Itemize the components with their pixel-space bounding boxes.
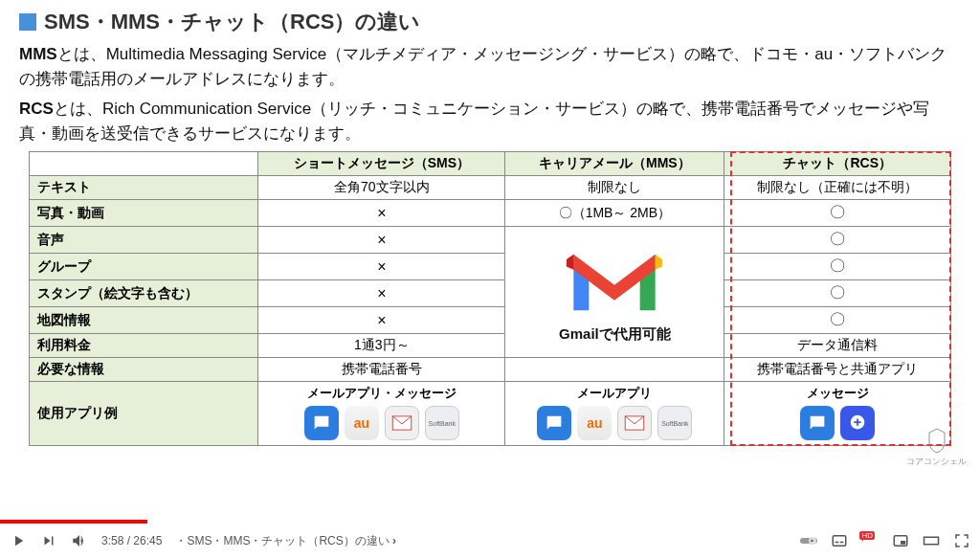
watermark: コアコンシェル (906, 427, 967, 468)
mail-icon (617, 406, 652, 440)
row-label: 音声 (29, 227, 257, 254)
volume-button[interactable] (71, 532, 88, 549)
row-label: 使用アプリ例 (29, 382, 257, 446)
softbank-icon: SoftBank (425, 406, 459, 440)
row-label: テキスト (29, 176, 257, 200)
mail-icon (385, 406, 419, 440)
svg-rect-10 (924, 537, 939, 545)
description-rcs: RCSとは、Rich Communication Service（リッチ・コミュ… (19, 97, 961, 145)
time-display: 3:58 / 26:45 (101, 534, 162, 547)
settings-button[interactable]: HD (861, 532, 879, 549)
au-icon: au (345, 406, 379, 440)
row-label: 必要な情報 (29, 358, 257, 382)
au-icon: au (577, 406, 612, 440)
col-header-rcs: チャット（RCS） (724, 152, 951, 176)
play-button[interactable] (10, 532, 27, 549)
svg-rect-6 (835, 542, 839, 544)
col-header-sms: ショートメッセージ（SMS） (258, 152, 505, 176)
row-label: 写真・動画 (29, 200, 257, 227)
row-label: スタンプ（絵文字も含む） (29, 280, 257, 307)
theater-button[interactable] (923, 532, 940, 549)
subtitles-button[interactable] (831, 532, 848, 549)
messages-icon (537, 406, 571, 440)
svg-rect-5 (833, 536, 846, 547)
svg-rect-7 (840, 542, 844, 544)
gmail-icon (562, 244, 667, 321)
chapter-title[interactable]: ・SMS・MMS・チャット（RCS）の違い › (175, 533, 396, 549)
plus-message-icon (840, 406, 875, 440)
apps-mms: メールアプリ au SoftBank (505, 382, 724, 446)
title-row: SMS・MMS・チャット（RCS）の違い (19, 8, 961, 36)
description-mms: MMSとは、Multimedia Messaging Service（マルチメデ… (19, 42, 961, 91)
title-bullet-icon (19, 13, 36, 31)
autoplay-toggle[interactable] (800, 532, 817, 549)
softbank-icon: SoftBank (657, 406, 692, 440)
gmail-cell: Gmailで代用可能 (505, 227, 724, 358)
next-button[interactable] (40, 532, 57, 549)
slide-title: SMS・MMS・チャット（RCS）の違い (44, 8, 420, 36)
video-controls: 3:58 / 26:45 ・SMS・MMS・チャット（RCS）の違い › HD (0, 524, 980, 558)
messages-icon (800, 406, 835, 440)
fullscreen-button[interactable] (953, 532, 970, 549)
row-label: 利用料金 (29, 334, 257, 358)
svg-rect-9 (901, 541, 905, 545)
miniplayer-button[interactable] (892, 532, 909, 549)
comparison-table: ショートメッセージ（SMS） キャリアメール（MMS） チャット（RCS） テキ… (29, 151, 951, 446)
row-label: グループ (29, 254, 257, 280)
messages-icon (304, 406, 339, 440)
col-header-mms: キャリアメール（MMS） (505, 152, 724, 176)
gmail-sub-text: Gmailで代用可能 (511, 325, 718, 344)
apps-sms: メールアプリ・メッセージ au SoftBank (258, 382, 505, 446)
row-label: 地図情報 (29, 307, 257, 334)
slide-content: SMS・MMS・チャット（RCS）の違い MMSとは、Multimedia Me… (0, 0, 980, 446)
